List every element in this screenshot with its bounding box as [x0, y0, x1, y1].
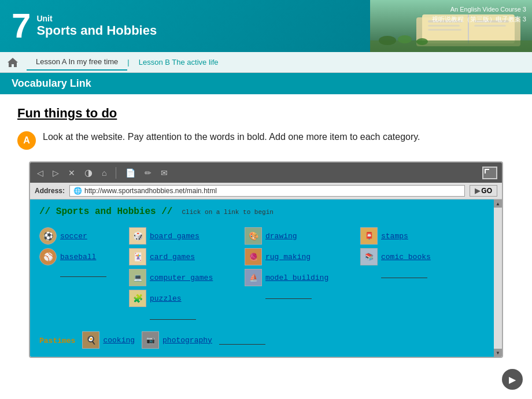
browser-corner-widget — [482, 167, 497, 179]
go-button[interactable]: ▶ GO — [470, 185, 497, 197]
course-chinese: 视听说教程（第三版）电子教案 3 — [432, 14, 526, 24]
bookmark-button[interactable]: 📄 — [123, 167, 138, 179]
website-title: // Sports and Hobbies // — [39, 206, 172, 217]
cooking-item: 🍳 cooking — [82, 331, 135, 349]
soccer-link[interactable]: soccer — [60, 232, 87, 241]
cooking-link[interactable]: cooking — [103, 336, 135, 345]
computer-games-item: 💻 computer games — [129, 269, 245, 286]
categories-grid: ⚽ soccer ⚾ baseball — [39, 227, 485, 322]
stamps-item: 📮 stamps — [360, 227, 459, 245]
unit-number: 7 — [12, 9, 31, 43]
header-right: An English Video Course 3 视听说教程（第三版）电子教案… — [370, 0, 532, 52]
comic-books-item: 📚 comic books — [360, 248, 459, 265]
header: 7 Unit Sports and Hobbies — [0, 0, 532, 52]
unit-text: Unit — [36, 14, 157, 23]
games-blank[interactable] — [150, 312, 196, 320]
scrollbar: ▲ ▼ — [494, 200, 502, 357]
rug-making-item: 🧶 rug making — [245, 248, 360, 265]
pastimes-blank[interactable] — [219, 337, 265, 345]
svg-point-9 — [379, 36, 396, 45]
tab-lesson-a[interactable]: Lesson A In my free time — [27, 54, 127, 71]
games-column: 🎲 board games 🃏 card games 💻 computer ga… — [129, 227, 245, 322]
main-content: Fun things to do A Look at the website. … — [0, 94, 532, 370]
computer-games-link[interactable]: computer games — [150, 274, 213, 282]
mail-button[interactable]: ✉ — [158, 167, 170, 179]
card-games-item: 🃏 card games — [129, 248, 245, 265]
rug-making-icon: 🧶 — [245, 248, 262, 265]
pastimes-row: Pastimes 🍳 cooking 📷 photography — [39, 331, 485, 350]
card-games-icon: 🃏 — [129, 248, 146, 265]
puzzles-icon: 🧩 — [129, 290, 146, 307]
drawing-item: 🎨 drawing — [245, 227, 360, 245]
website-header-row: // Sports and Hobbies // Click on a link… — [39, 206, 485, 223]
section-header: Vocabulary Link — [0, 73, 532, 94]
baseball-link[interactable]: baseball — [60, 253, 96, 261]
browser-toolbar: ◁ ▷ ✕ ◑ ⌂ 📄 ✏ ✉ — [30, 162, 502, 183]
website-subtitle: Click on a link to begin — [182, 209, 273, 216]
course-name: An English Video Course 3 — [432, 5, 526, 14]
home-icon[interactable] — [5, 54, 21, 71]
collecting-blank-wrapper — [381, 270, 459, 280]
home-browser-button[interactable]: ⌂ — [99, 167, 109, 179]
comic-books-link[interactable]: comic books — [381, 253, 431, 261]
model-building-item: ⛵ model building — [245, 269, 360, 286]
back-button[interactable]: ◁ — [35, 167, 46, 179]
soccer-icon: ⚽ — [39, 227, 57, 245]
sports-blank[interactable] — [60, 269, 106, 277]
tab-lesson-b[interactable]: Lesson B The active life — [130, 54, 228, 70]
stamps-link[interactable]: stamps — [381, 232, 408, 241]
board-games-icon: 🎲 — [129, 227, 146, 245]
photography-item: 📷 photography — [142, 331, 212, 349]
card-games-link[interactable]: card games — [150, 253, 195, 261]
photography-link[interactable]: photography — [162, 336, 212, 345]
scroll-down-button[interactable]: ▼ — [494, 349, 502, 357]
sports-blank-item — [39, 269, 129, 277]
photography-icon: 📷 — [142, 331, 159, 349]
website-wrapper: // Sports and Hobbies // Click on a link… — [30, 200, 502, 357]
comic-books-icon: 📚 — [360, 248, 378, 265]
board-games-item: 🎲 board games — [129, 227, 245, 245]
globe-icon: 🌐 — [73, 187, 82, 195]
crafts-column: 🎨 drawing 🧶 rug making ⛵ model building — [245, 227, 360, 322]
cooking-icon: 🍳 — [82, 331, 99, 349]
instruction-text: Look at the website. Pay attention to th… — [43, 130, 420, 144]
toolbar-divider — [116, 167, 116, 179]
pastimes-label: Pastimes — [39, 337, 75, 345]
baseball-icon: ⚾ — [39, 248, 57, 265]
drawing-icon: 🎨 — [245, 227, 262, 245]
website-content: // Sports and Hobbies // Click on a link… — [30, 200, 494, 357]
collecting-blank[interactable] — [381, 270, 427, 278]
scroll-up-button[interactable]: ▲ — [494, 200, 502, 208]
svg-rect-4 — [428, 25, 460, 27]
drawing-link[interactable]: drawing — [265, 232, 297, 241]
model-building-link[interactable]: model building — [265, 274, 328, 282]
crafts-blank[interactable] — [265, 291, 312, 299]
url-text: http://www.sportsandhobbies.net/main.htm… — [84, 187, 217, 195]
baseball-item: ⚾ baseball — [39, 248, 129, 265]
svg-marker-12 — [8, 58, 18, 67]
instruction-row: A Look at the website. Pay attention to … — [17, 130, 515, 150]
go-arrow: ▶ — [475, 187, 480, 195]
rug-making-link[interactable]: rug making — [265, 253, 311, 261]
puzzles-item: 🧩 puzzles — [129, 290, 245, 307]
svg-point-11 — [416, 38, 428, 45]
url-input[interactable]: 🌐 http://www.sportsandhobbies.net/main.h… — [69, 185, 465, 197]
address-label: Address: — [35, 187, 65, 195]
address-bar: Address: 🌐 http://www.sportsandhobbies.n… — [30, 183, 502, 200]
edit-button[interactable]: ✏ — [142, 167, 154, 179]
refresh-button[interactable]: ◑ — [82, 166, 95, 179]
stop-button[interactable]: ✕ — [66, 167, 77, 179]
sports-column: ⚽ soccer ⚾ baseball — [39, 227, 129, 322]
model-building-icon: ⛵ — [245, 269, 262, 286]
unit-title: Sports and Hobbies — [36, 23, 157, 38]
crafts-blank-wrapper — [265, 291, 360, 301]
website-inner: // Sports and Hobbies // Click on a link… — [30, 200, 494, 357]
activity-badge: A — [17, 131, 36, 150]
board-games-link[interactable]: board games — [150, 232, 200, 241]
grass-decoration — [370, 29, 532, 52]
next-button[interactable]: ▶ — [502, 369, 523, 390]
course-info: An English Video Course 3 视听说教程（第三版）电子教案… — [432, 5, 526, 24]
computer-games-icon: 💻 — [129, 269, 146, 286]
forward-button[interactable]: ▷ — [50, 167, 61, 179]
puzzles-link[interactable]: puzzles — [150, 294, 182, 303]
